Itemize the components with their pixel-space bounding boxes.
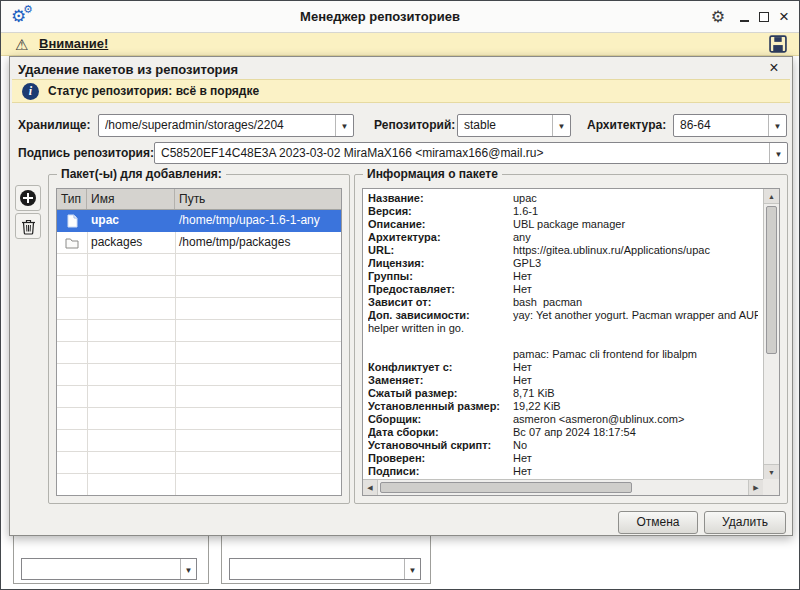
dropdown-arrow-icon[interactable]: ▼ [768,115,786,136]
vertical-scrollbar[interactable]: ▲ ▼ [763,189,779,479]
info-key: Зависит от: [368,296,513,309]
scroll-down-icon[interactable]: ▼ [764,464,779,479]
dropdown-arrow-icon[interactable]: ▼ [180,559,196,579]
info-value: Нет [513,374,532,387]
repository-value: stable [464,115,550,136]
file-icon [57,210,87,232]
info-key: Подписи: [368,465,513,478]
info-value: UBL package manager [513,218,625,231]
signature-combobox[interactable]: C58520EF14C48E3A 2023-03-02 MiraMaX166 <… [154,142,788,164]
delete-button[interactable]: Удалить [704,511,786,534]
info-row: Установленный размер:19,22 KiB [368,400,758,413]
package-info-groupbox: Информация о пакете Название:upacВерсия:… [354,174,788,504]
info-value: asmeron <asmeron@ublinux.com> [513,413,684,426]
info-value: bash pacman [513,296,582,309]
packages-table-rows: upac/home/tmp/upac-1.6-1-anypackages/hom… [57,210,341,254]
info-row: Сжатый размер:8,71 KiB [368,387,758,400]
settings-gear-icon[interactable]: ⚙ [711,7,725,26]
info-key: Архитектура: [368,231,513,244]
info-key: Название: [368,192,513,205]
trash-icon [21,218,36,235]
info-value: 1.6-1 [513,205,538,218]
package-info-text: Название:upacВерсия:1.6-1Описание:UBL pa… [363,189,763,479]
package-path-cell: /home/tmp/packages [175,232,341,254]
dialog-title: Удаление пакетов из репозитория [18,62,238,77]
info-key: Предоставляет: [368,283,513,296]
info-row [368,335,758,348]
packages-legend: Пакет(-ы) для добавления: [57,167,226,181]
maximize-icon [759,12,769,22]
window-close-button[interactable]: × [775,6,793,28]
info-row: Установочный скрипт:No [368,439,758,452]
warning-banner: ⚠ Внимание! [1,33,799,56]
info-row: pamac: Pamac cli frontend for libalpm [368,348,758,361]
packages-table: Тип Имя Путь upac/home/tmp/upac-1.6-1-an… [56,188,342,496]
maximize-button[interactable] [756,9,772,25]
scroll-left-icon[interactable]: ◀ [363,480,378,495]
minimize-icon [740,20,749,22]
package-info-legend: Информация о пакете [363,167,502,181]
column-header-name[interactable]: Имя [87,189,175,209]
status-text: Статус репозитория: всё в порядке [48,80,259,104]
remove-package-button[interactable] [15,213,41,239]
info-key: Группы: [368,270,513,283]
info-value: any [513,231,531,244]
storage-combobox[interactable]: /home/superadmin/storages/2204 ▼ [98,114,354,137]
save-icon[interactable] [769,35,787,53]
horizontal-scrollbar-thumb[interactable] [380,482,632,493]
background-combobox[interactable]: ▼ [21,558,197,580]
scrollbar-corner [763,479,779,495]
info-key: Установочный скрипт: [368,439,513,452]
info-key [368,348,513,361]
architecture-combobox[interactable]: 86-64 ▼ [673,114,787,137]
info-value: Вс 07 апр 2024 18:17:54 [513,426,636,439]
app-logo-gears-icon: ⚙ ⚙ [11,5,39,31]
warning-icon: ⚠ [15,35,28,54]
titlebar: ⚙ ⚙ Менеджер репозиториев ⚙ × [1,1,799,33]
info-row: Группы:Нет [368,270,758,283]
horizontal-scrollbar[interactable]: ◀ ▶ [363,479,763,495]
app-window: ⚙ ⚙ Менеджер репозиториев ⚙ × ⚠ Внимание… [0,0,800,590]
scroll-right-icon[interactable]: ▶ [748,480,763,495]
info-key: Версия: [368,205,513,218]
vertical-scrollbar-thumb[interactable] [766,206,777,354]
info-row: Лицензия:GPL3 [368,257,758,270]
window-title: Менеджер репозиториев [61,1,699,33]
background-combobox[interactable]: ▼ [229,558,421,580]
background-window-bottom: ▼ ▼ [1,536,799,589]
dropdown-arrow-icon[interactable]: ▼ [552,115,570,136]
info-row: Дата сборки:Вс 07 апр 2024 18:17:54 [368,426,758,439]
table-row[interactable]: upac/home/tmp/upac-1.6-1-any [57,210,341,232]
info-value: Нет [513,361,532,374]
info-key: URL: [368,244,513,257]
column-header-path[interactable]: Путь [175,189,341,209]
column-header-type[interactable]: Тип [57,189,87,209]
info-row: Версия:1.6-1 [368,205,758,218]
info-value: helper written in go. [368,322,464,335]
info-key: Дата сборки: [368,426,513,439]
info-value: GPL3 [513,257,541,270]
architecture-label: Архитектура: [587,113,666,137]
info-value: yay: Yet another yogurt. Pacman wrapper … [513,309,758,322]
dialog-close-button[interactable]: × [765,58,783,78]
info-row: Заменяет:Нет [368,374,758,387]
info-key: Сжатый размер: [368,387,513,400]
scroll-up-icon[interactable]: ▲ [764,189,779,204]
info-key: Сборщик: [368,413,513,426]
dropdown-arrow-icon[interactable]: ▼ [769,143,787,163]
add-package-button[interactable] [15,185,41,211]
cancel-button[interactable]: Отмена [618,511,698,534]
repository-combobox[interactable]: stable ▼ [457,114,571,137]
info-key: Заменяет: [368,374,513,387]
minimize-button[interactable] [737,9,753,25]
dropdown-arrow-icon[interactable]: ▼ [335,115,353,136]
info-row: Сборщик:asmeron <asmeron@ublinux.com> [368,413,758,426]
table-row[interactable]: packages/home/tmp/packages [57,232,341,254]
info-key: Конфликтует с: [368,361,513,374]
remove-packages-dialog: Удаление пакетов из репозитория × i Стат… [9,56,793,536]
packages-groupbox: Пакет(-ы) для добавления: Тип Имя Путь u… [48,174,350,504]
info-key: Доп. зависимости: [368,309,513,322]
info-value: 19,22 KiB [513,400,561,413]
dropdown-arrow-icon[interactable]: ▼ [404,559,420,579]
repository-label: Репозиторий: [374,113,455,137]
